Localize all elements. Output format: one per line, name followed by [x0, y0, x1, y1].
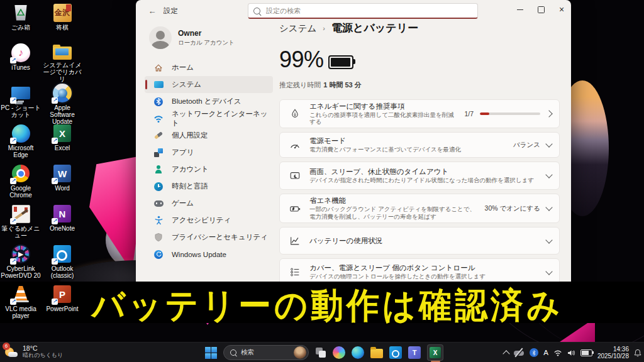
card-energy-recommendations[interactable]: エネルギーに関する推奨事項 これらの推奨事項を適用して二酸化炭素排出量を削減する…: [279, 99, 560, 128]
caption-band: バッテリーの動作は確認済み: [0, 282, 644, 323]
card-screen-sleep-timeouts[interactable]: 画面、スリープ、休止状態のタイムアウト デバイスが指定された時間にわたりアイドル…: [279, 162, 560, 190]
shortcut-arrow-icon: ↗: [10, 299, 16, 305]
shortcut-arrow-icon: ↗: [10, 218, 16, 224]
sidebar-item-system[interactable]: システム: [145, 76, 273, 93]
page-title: 電源とバッテリー: [331, 21, 418, 35]
notification-bell-icon[interactable]: [634, 349, 641, 357]
start-button[interactable]: [205, 347, 217, 359]
taskbar-search[interactable]: 検索: [223, 345, 309, 360]
shogi-icon: 金沢: [53, 4, 72, 22]
outlook-taskbar-button[interactable]: [389, 346, 402, 359]
search-icon: [253, 8, 260, 14]
sidebar-item-accounts[interactable]: アカウント: [145, 161, 273, 178]
onedrive-paused-icon[interactable]: [514, 349, 525, 356]
desktop-icon-system-image-recovery[interactable]: システムイメージでリカバリ: [42, 42, 83, 82]
desktop-icon-apple-software-update[interactable]: ↗ Apple Software Update: [42, 82, 83, 123]
battery-percent: 99%: [279, 47, 324, 73]
shortcut-arrow-icon: ↗: [10, 138, 16, 144]
ime-mode-indicator[interactable]: A: [543, 349, 548, 356]
sidebar-item-time-language[interactable]: 時刻と言語: [145, 178, 273, 195]
teams-icon: T: [408, 346, 421, 359]
shortcut-arrow-icon: ↗: [52, 178, 58, 184]
desktop-icon-itunes[interactable]: ♪↗ iTunes: [0, 42, 42, 82]
card-battery-usage[interactable]: バッテリーの使用状況: [279, 227, 560, 255]
shortcut-arrow-icon: ↗: [10, 57, 16, 63]
copilot-button[interactable]: [333, 346, 345, 359]
sidebar-item-personalization[interactable]: 個人用設定: [145, 127, 273, 144]
sidebar-item-accessibility[interactable]: アクセシビリティ: [145, 212, 273, 229]
speedometer-icon: [289, 140, 301, 151]
desktop-icon-microsoft-edge[interactable]: ↗ Microsoft Edge: [0, 123, 42, 163]
hidden-icons-chevron[interactable]: [503, 350, 510, 357]
desktop-icon-shogi[interactable]: 金沢 将棋: [42, 2, 83, 42]
battery-remaining: 推定残り時間1 時間 53 分: [279, 80, 362, 90]
teams-taskbar-button[interactable]: T: [408, 346, 421, 359]
battery-icon: [328, 55, 353, 69]
desktop-icon-excel[interactable]: X↗ Excel: [42, 123, 83, 163]
task-view-button[interactable]: [315, 347, 326, 358]
sidebar-item-windows-update[interactable]: Windows Update: [145, 246, 273, 263]
weather-widget[interactable]: 6 18°C 晴れのちくもり: [4, 344, 63, 359]
settings-card-list: エネルギーに関する推奨事項 これらの推奨事項を適用して二酸化炭素排出量を削減する…: [279, 99, 560, 290]
home-icon: [153, 63, 164, 73]
energy-saver-battery-icon: [289, 203, 301, 214]
desktop-icon-powerdvd[interactable]: ▶↗ CyberLink PowerDVD 20: [0, 243, 42, 283]
desktop-icon-powerpoint[interactable]: P↗ PowerPoint: [42, 283, 83, 324]
settings-search-input[interactable]: [265, 6, 472, 15]
desktop-icon-word[interactable]: W↗ Word: [42, 163, 83, 203]
sidebar-item-bluetooth-devices[interactable]: Bluetooth とデバイス: [145, 93, 273, 110]
screen: ごみ箱 金沢 将棋 ♪↗ iTunes システムイメージでリカバリ ↗ PC -…: [0, 0, 644, 362]
sidebar-item-home[interactable]: ホーム: [145, 59, 273, 76]
settings-search-box[interactable]: [248, 3, 478, 19]
back-button[interactable]: ←: [146, 4, 158, 17]
tray-clock[interactable]: 14:36 2025/10/28: [597, 346, 629, 359]
weather-icon: 6: [4, 344, 19, 359]
sidebar-item-privacy-security[interactable]: プライバシーとセキュリティ: [145, 229, 273, 246]
weather-condition: 晴れのちくもり: [23, 352, 63, 359]
card-energy-saver[interactable]: 省エネ機能 一部のバックグラウンド アクティビティを制限することで、電力消費を削…: [279, 194, 560, 223]
excel-icon: X: [430, 347, 441, 358]
minimize-button[interactable]: [511, 1, 530, 18]
shortcut-arrow-icon: ↗: [52, 218, 58, 224]
desktop-icon-grid: ごみ箱 金沢 将棋 ♪↗ iTunes システムイメージでリカバリ ↗ PC -…: [0, 2, 83, 324]
bluetooth-tray-icon[interactable]: [530, 348, 538, 357]
wifi-tray-icon[interactable]: [553, 349, 562, 356]
battery-tray-icon[interactable]: [580, 349, 592, 356]
shortcut-arrow-icon: ↗: [10, 258, 16, 265]
person-icon: [153, 165, 164, 175]
notification-count-badge: 6: [3, 343, 10, 350]
excel-taskbar-button-active[interactable]: X: [427, 344, 443, 361]
file-explorer-button[interactable]: [370, 348, 383, 358]
breadcrumb-system[interactable]: システム: [279, 23, 316, 35]
sidebar-item-network-internet[interactable]: ネットワークとインターネット: [145, 110, 273, 127]
desktop-icon-vlc[interactable]: ↗ VLC media player: [0, 283, 42, 324]
maximize-button[interactable]: [531, 1, 550, 18]
desktop-icon-fudegurume[interactable]: ↗ 筆ぐるめメニュー: [0, 203, 42, 243]
close-button[interactable]: ×: [552, 1, 571, 18]
desktop-icon-pc-shortcut[interactable]: ↗ PC - ショートカット: [0, 82, 42, 123]
desktop-icon-onenote[interactable]: N↗ OneNote: [42, 203, 83, 243]
chevron-right-icon: [545, 110, 552, 117]
desktop-icon-label: ごみ箱: [11, 24, 30, 31]
sidebar-item-gaming[interactable]: ゲーム: [145, 195, 273, 212]
desktop-icon-google-chrome[interactable]: ↗ Google Chrome: [0, 163, 42, 203]
progress-label: 1/7: [464, 110, 474, 118]
tray-time: 14:36: [613, 346, 629, 353]
sidebar-item-apps[interactable]: アプリ: [145, 144, 273, 161]
weather-temp: 18°C: [23, 345, 63, 352]
system-icon: [153, 80, 164, 90]
desktop-icon-recycle-bin[interactable]: ごみ箱: [0, 2, 42, 42]
shortcut-arrow-icon: ↗: [10, 97, 16, 104]
breadcrumb-separator-icon: ›: [323, 25, 325, 32]
progress-bar: [480, 112, 540, 115]
avatar[interactable]: [149, 26, 172, 49]
desktop-icon-outlook-classic[interactable]: ↗ Outlook (classic): [42, 243, 83, 283]
volume-tray-icon[interactable]: [567, 349, 575, 356]
recycle-bin-icon: [14, 5, 28, 21]
update-icon: [153, 250, 164, 260]
copilot-icon: [333, 346, 345, 359]
edge-taskbar-button[interactable]: [352, 346, 364, 359]
shortcut-arrow-icon: ↗: [52, 138, 58, 144]
shortcut-arrow-icon: ↗: [52, 258, 58, 265]
card-power-mode[interactable]: 電源モード 電力消費とパフォーマンスに基づいてデバイスを最適化 バランス: [279, 132, 560, 158]
